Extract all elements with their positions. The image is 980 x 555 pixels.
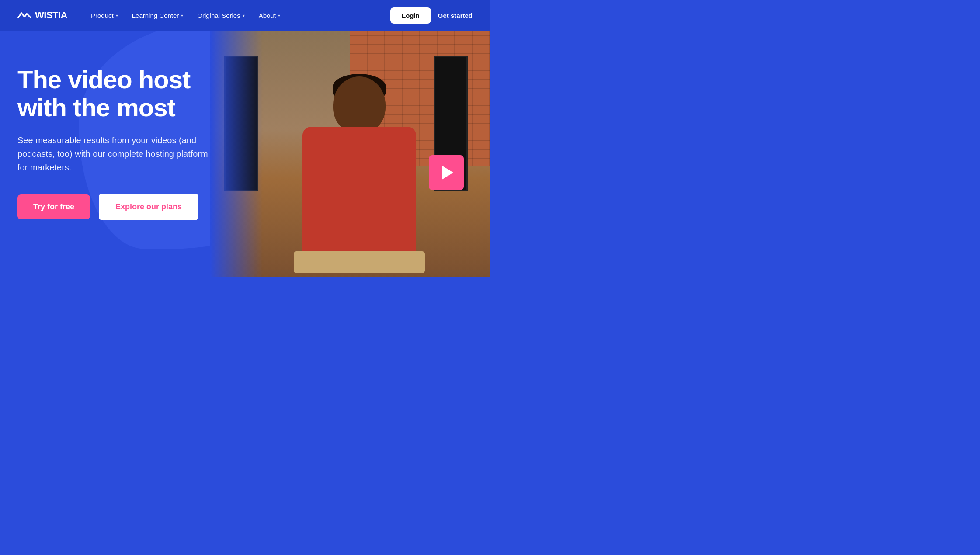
chevron-down-icon: ▾ (116, 13, 118, 18)
navbar: WISTIA Product ▾ Learning Center ▾ Origi… (0, 0, 490, 31)
hero-title: The video host with the most (17, 66, 245, 121)
nav-item-about[interactable]: About ▾ (253, 8, 286, 23)
hero-buttons: Try for free Explore our plans (17, 194, 245, 220)
wistia-logo-icon (17, 10, 31, 20)
nav-item-series[interactable]: Original Series ▾ (191, 8, 250, 23)
person-figure (268, 68, 451, 278)
play-icon (442, 166, 453, 180)
person-head (333, 76, 386, 133)
hero-section: The video host with the most See measura… (0, 31, 490, 278)
logo[interactable]: WISTIA (17, 10, 67, 21)
nav-actions: Login Get started (390, 7, 473, 24)
laptop (294, 251, 425, 273)
play-button[interactable] (429, 155, 464, 190)
video-container (210, 31, 490, 278)
chevron-down-icon: ▾ (181, 13, 183, 18)
nav-links: Product ▾ Learning Center ▾ Original Ser… (85, 8, 390, 23)
hero-content: The video host with the most See measura… (17, 57, 245, 220)
nav-item-learning[interactable]: Learning Center ▾ (126, 8, 190, 23)
hero-video-panel (210, 31, 490, 278)
nav-item-product[interactable]: Product ▾ (85, 8, 124, 23)
try-for-free-button[interactable]: Try for free (17, 194, 90, 219)
get-started-button[interactable]: Get started (438, 12, 473, 19)
hero-subtitle: See measurable results from your videos … (17, 134, 210, 174)
login-button[interactable]: Login (390, 7, 431, 24)
explore-plans-button[interactable]: Explore our plans (99, 194, 198, 220)
chevron-down-icon: ▾ (278, 13, 280, 18)
person-body (302, 127, 416, 258)
brand-name: WISTIA (35, 10, 67, 21)
chevron-down-icon: ▾ (243, 13, 245, 18)
